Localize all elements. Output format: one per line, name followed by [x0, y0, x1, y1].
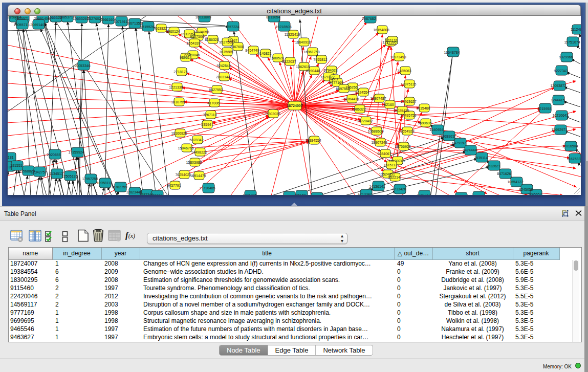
svg-text:8427552: 8427552 — [209, 88, 223, 92]
svg-text:15692971: 15692971 — [551, 128, 567, 132]
svg-text:17359924: 17359924 — [68, 150, 84, 154]
svg-text:20364436: 20364436 — [343, 97, 359, 101]
svg-text:7515526: 7515526 — [140, 25, 154, 29]
svg-text:8990448: 8990448 — [306, 69, 320, 73]
svg-text:2069140: 2069140 — [30, 23, 44, 27]
svg-text:20053346: 20053346 — [74, 64, 90, 68]
svg-text:19654923: 19654923 — [398, 129, 414, 133]
svg-text:9227343: 9227343 — [554, 69, 568, 73]
svg-text:5878342: 5878342 — [189, 138, 203, 142]
svg-text:9115460: 9115460 — [417, 106, 430, 110]
svg-text:7663822: 7663822 — [153, 27, 167, 30]
svg-text:15751074: 15751074 — [564, 40, 580, 44]
svg-text:1615112: 1615112 — [384, 163, 398, 167]
svg-text:3267110: 3267110 — [203, 113, 217, 117]
svg-text:252214: 252214 — [388, 176, 400, 179]
svg-text:14495759: 14495759 — [400, 114, 416, 117]
svg-text:9245652: 9245652 — [528, 192, 541, 195]
svg-text:1733426: 1733426 — [392, 187, 406, 191]
svg-text:12342757: 12342757 — [31, 170, 47, 174]
svg-text:18756928: 18756928 — [395, 145, 410, 148]
svg-text:8215958: 8215958 — [537, 107, 551, 111]
svg-text:14498222: 14498222 — [191, 150, 207, 154]
svg-text:9474464: 9474464 — [417, 194, 430, 195]
svg-text:122133: 122133 — [385, 39, 397, 42]
svg-text:10654122: 10654122 — [507, 180, 523, 184]
svg-text:16640910: 16640910 — [295, 40, 311, 44]
svg-text:10807487: 10807487 — [370, 97, 386, 100]
svg-text:8912954: 8912954 — [181, 32, 195, 36]
svg-text:10688609: 10688609 — [367, 129, 383, 133]
svg-text:62160: 62160 — [384, 103, 394, 106]
svg-text:1112491: 1112491 — [571, 28, 581, 31]
svg-text:9329966: 9329966 — [559, 55, 573, 59]
svg-text:7357224: 7357224 — [225, 25, 239, 29]
svg-text:417006: 417006 — [207, 101, 219, 105]
svg-text:1885371: 1885371 — [59, 16, 73, 19]
svg-text:18907249: 18907249 — [371, 141, 387, 144]
svg-text:1640954: 1640954 — [429, 128, 443, 132]
svg-text:191551: 191551 — [10, 164, 22, 167]
svg-text:9457791: 9457791 — [167, 184, 181, 187]
svg-text:3675685: 3675685 — [219, 50, 233, 54]
svg-text:1527602: 1527602 — [87, 17, 101, 20]
svg-text:3624554: 3624554 — [355, 91, 369, 94]
svg-text:8813054: 8813054 — [266, 16, 280, 19]
svg-text:1244415: 1244415 — [551, 98, 564, 102]
svg-text:23302035: 23302035 — [264, 112, 280, 116]
svg-text:7632621: 7632621 — [486, 164, 500, 168]
svg-text:9146821: 9146821 — [257, 52, 271, 55]
svg-text:7986322: 7986322 — [352, 107, 365, 111]
svg-text:10958117: 10958117 — [97, 181, 113, 185]
svg-text:18724007: 18724007 — [287, 104, 302, 107]
svg-text:16961758: 16961758 — [303, 50, 319, 54]
svg-text:9245052: 9245052 — [519, 188, 533, 191]
svg-text:8471626: 8471626 — [497, 172, 511, 176]
svg-text:16914479: 16914479 — [190, 174, 206, 178]
svg-text:16120746: 16120746 — [388, 159, 404, 163]
svg-text:98961: 98961 — [180, 56, 190, 59]
svg-text:19166825: 19166825 — [171, 132, 187, 135]
svg-text:76254021: 76254021 — [175, 173, 191, 177]
svg-text:2803144: 2803144 — [216, 75, 230, 79]
svg-text:1167533: 1167533 — [567, 157, 581, 161]
svg-text:13716485: 13716485 — [199, 186, 215, 190]
svg-text:34511: 34511 — [329, 77, 339, 81]
svg-text:53181: 53181 — [8, 156, 14, 159]
svg-text:1654339: 1654339 — [186, 41, 200, 45]
svg-text:9777169: 9777169 — [329, 81, 343, 84]
svg-text:6497568: 6497568 — [336, 87, 350, 91]
svg-text:9245052: 9245052 — [470, 194, 484, 195]
svg-text:8186328: 8186328 — [205, 38, 219, 41]
svg-text:12093872: 12093872 — [550, 84, 566, 87]
svg-text:1610755: 1610755 — [171, 100, 185, 104]
svg-text:16033809: 16033809 — [195, 16, 211, 19]
svg-text:53594: 53594 — [201, 123, 211, 126]
svg-text:15803984: 15803984 — [186, 161, 202, 164]
svg-text:16210643: 16210643 — [552, 114, 568, 117]
svg-text:2718176: 2718176 — [173, 70, 187, 74]
svg-text:96160: 96160 — [296, 193, 306, 195]
svg-text:12975115: 12975115 — [401, 82, 417, 86]
svg-text:23226058: 23226058 — [193, 30, 209, 34]
svg-text:11325419: 11325419 — [285, 33, 300, 36]
svg-text:1905571: 1905571 — [15, 17, 29, 20]
svg-text:17957255: 17957255 — [82, 177, 98, 181]
svg-text:128234: 128234 — [150, 194, 162, 195]
svg-text:2020655: 2020655 — [47, 153, 60, 157]
svg-text:19055713: 19055713 — [13, 23, 29, 27]
svg-text:6966160: 6966160 — [100, 18, 114, 21]
svg-text:19384554: 19384554 — [305, 139, 321, 142]
svg-text:6479197: 6479197 — [452, 141, 466, 145]
svg-text:2935114: 2935114 — [474, 156, 488, 160]
svg-text:9527508: 9527508 — [219, 40, 233, 44]
svg-text:9084067: 9084067 — [377, 152, 391, 156]
svg-text:7485063: 7485063 — [397, 69, 411, 73]
svg-text:8960124: 8960124 — [166, 30, 180, 33]
svg-text:12505135: 12505135 — [61, 174, 77, 178]
svg-text:6794028: 6794028 — [323, 69, 337, 72]
svg-text:15046766: 15046766 — [178, 146, 193, 150]
svg-text:1588520: 1588520 — [270, 56, 284, 60]
svg-text:9242848: 9242848 — [216, 64, 230, 68]
svg-text:10973493: 10973493 — [390, 55, 406, 59]
